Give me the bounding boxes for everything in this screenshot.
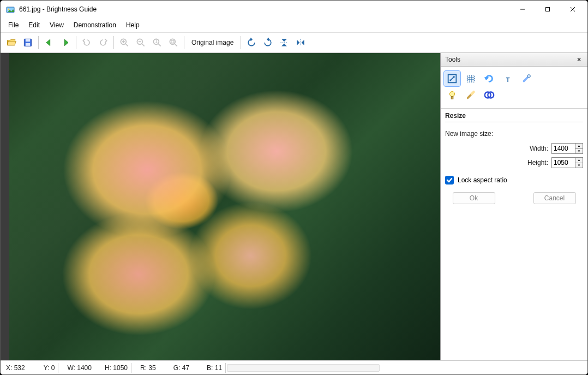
status-x: X: 532 <box>4 364 27 372</box>
resize-form: New image size: Width: ▲▼ Height: ▲▼ <box>441 126 587 210</box>
width-spin-buttons[interactable]: ▲▼ <box>575 143 583 154</box>
tools-panel-close-icon[interactable]: ✕ <box>574 55 583 64</box>
svg-text:T: T <box>506 76 510 83</box>
status-r: R: 35 <box>138 364 158 372</box>
new-size-label: New image size: <box>445 130 583 138</box>
open-button[interactable] <box>4 35 19 50</box>
cancel-button[interactable]: Cancel <box>533 192 576 204</box>
close-button[interactable] <box>560 1 585 17</box>
rotate-cw-button[interactable] <box>260 35 275 50</box>
status-bar: X: 532 Y: 0 W: 1400 H: 1050 R: 35 G: 47 … <box>1 360 587 374</box>
svg-rect-7 <box>26 39 30 41</box>
svg-point-31 <box>527 75 531 78</box>
menu-file[interactable]: File <box>4 19 23 31</box>
original-image-label[interactable]: Original image <box>187 39 238 46</box>
zoom-actual-button[interactable]: 1 <box>149 35 165 50</box>
svg-text:1: 1 <box>155 38 158 44</box>
height-label: Height: <box>527 159 548 166</box>
tool-grid: T <box>441 67 587 109</box>
tools-panel-title: Tools <box>445 56 460 63</box>
toolbar-separator <box>241 36 241 49</box>
spin-down-icon[interactable]: ▼ <box>575 163 583 168</box>
toolbar-separator <box>184 36 184 49</box>
menu-help[interactable]: Help <box>122 19 144 31</box>
prev-button[interactable] <box>41 35 57 50</box>
status-w: W: 1400 <box>65 364 94 372</box>
undo-button[interactable] <box>79 35 94 50</box>
document-image <box>9 53 440 360</box>
tool-text[interactable]: T <box>500 71 516 86</box>
svg-line-10 <box>126 44 128 46</box>
svg-line-17 <box>159 44 161 46</box>
spin-down-icon[interactable]: ▼ <box>575 149 583 154</box>
zoom-in-button[interactable] <box>117 35 132 50</box>
tools-panel-header[interactable]: Tools ✕ <box>441 53 587 67</box>
flip-horizontal-button[interactable] <box>293 35 308 50</box>
window-title: 661.jpg - Brightness Guide <box>19 5 510 13</box>
dialog-buttons: Ok Cancel <box>445 192 583 204</box>
tool-lighten[interactable] <box>444 87 460 103</box>
work-area: Tools ✕ T Resize New <box>1 53 587 360</box>
zoom-out-button[interactable] <box>133 35 148 50</box>
zoom-fit-button[interactable] <box>166 35 181 50</box>
redo-button[interactable] <box>95 35 111 50</box>
image-viewport[interactable] <box>1 53 440 360</box>
status-progress-track <box>227 364 380 372</box>
rotate-ccw-button[interactable] <box>244 35 259 50</box>
toolbar-separator <box>113 36 114 49</box>
tool-settings[interactable] <box>518 71 535 86</box>
height-row: Height: ▲▼ <box>445 157 583 168</box>
svg-line-20 <box>175 44 177 46</box>
svg-rect-25 <box>467 75 475 82</box>
application-window: 661.jpg - Brightness Guide File Edit Vie… <box>0 0 588 375</box>
svg-rect-21 <box>171 40 174 43</box>
tools-panel: Tools ✕ T Resize New <box>440 53 587 360</box>
height-input[interactable] <box>551 157 575 168</box>
menu-edit[interactable]: Edit <box>24 19 44 31</box>
menu-bar: File Edit View Demonstration Help <box>1 18 587 33</box>
svg-rect-33 <box>451 97 453 99</box>
app-icon <box>6 5 15 14</box>
main-toolbar: 1 Original image <box>1 33 587 53</box>
toolbar-separator <box>38 36 39 49</box>
width-row: Width: ▲▼ <box>445 143 583 154</box>
section-divider <box>445 122 583 122</box>
minimize-button[interactable] <box>510 1 535 17</box>
canvas-area <box>1 53 440 360</box>
tool-channels[interactable] <box>481 87 497 103</box>
toolbar-separator <box>76 36 76 49</box>
tool-brush[interactable] <box>463 87 479 103</box>
ok-button[interactable]: Ok <box>453 192 495 204</box>
height-spinner[interactable]: ▲▼ <box>551 157 583 168</box>
spin-up-icon[interactable]: ▲ <box>575 158 583 163</box>
status-y: Y: 0 <box>41 364 57 372</box>
svg-point-1 <box>8 9 10 10</box>
title-bar[interactable]: 661.jpg - Brightness Guide <box>1 1 587 18</box>
height-spin-buttons[interactable]: ▲▼ <box>575 157 583 168</box>
save-button[interactable] <box>20 35 35 50</box>
svg-line-14 <box>142 44 145 46</box>
section-title: Resize <box>441 109 587 122</box>
status-b: B: 11 <box>205 364 224 372</box>
tool-resize[interactable] <box>444 71 460 86</box>
width-spinner[interactable]: ▲▼ <box>551 143 583 154</box>
tool-crop[interactable] <box>463 71 479 86</box>
status-h: H: 1050 <box>103 364 130 372</box>
tool-rotate[interactable] <box>481 71 497 86</box>
svg-point-32 <box>449 92 454 97</box>
menu-view[interactable]: View <box>45 19 68 31</box>
lock-aspect-label: Lock aspect ratio <box>458 176 507 184</box>
maximize-button[interactable] <box>535 1 560 17</box>
next-button[interactable] <box>58 35 73 50</box>
width-label: Width: <box>530 145 548 152</box>
menu-demonstration[interactable]: Demonstration <box>69 19 121 31</box>
svg-rect-8 <box>26 43 30 46</box>
flip-vertical-button[interactable] <box>277 35 292 50</box>
width-input[interactable] <box>551 143 575 154</box>
lock-aspect-row[interactable]: Lock aspect ratio <box>445 176 583 184</box>
svg-rect-3 <box>546 8 550 11</box>
svg-point-19 <box>170 39 175 44</box>
status-g: G: 47 <box>171 364 191 372</box>
spin-up-icon[interactable]: ▲ <box>575 144 583 149</box>
lock-aspect-checkbox[interactable] <box>445 176 454 184</box>
